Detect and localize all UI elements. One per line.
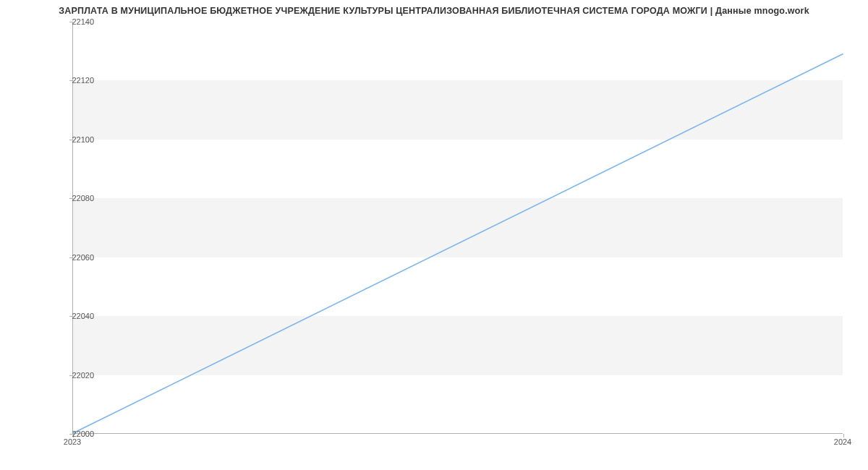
y-tick-label: 22100	[51, 135, 94, 144]
chart-title: ЗАРПЛАТА В МУНИЦИПАЛЬНОЕ БЮДЖЕТНОЕ УЧРЕЖ…	[0, 6, 868, 16]
x-tick-label: 2023	[64, 437, 81, 446]
line-layer	[73, 22, 843, 433]
y-tick-label: 22080	[51, 194, 94, 202]
plot-area	[72, 22, 843, 434]
y-tick-label: 22060	[51, 253, 94, 262]
y-tick-label: 22120	[51, 76, 94, 85]
y-tick-label: 22040	[51, 312, 94, 320]
x-tick-label: 2024	[834, 437, 851, 446]
y-tick-label: 22140	[51, 17, 94, 26]
y-tick-label: 22020	[51, 371, 94, 380]
series-line	[73, 54, 843, 433]
